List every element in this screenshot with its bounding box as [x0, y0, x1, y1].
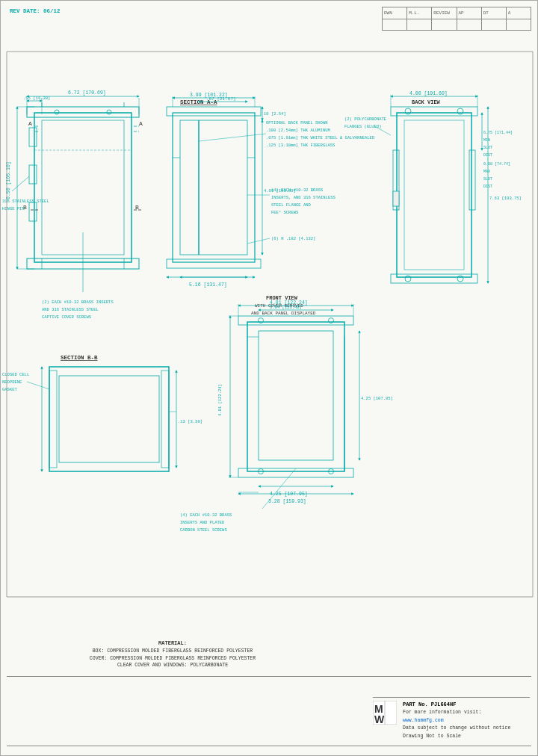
- svg-rect-80: [391, 274, 477, 283]
- svg-text:4.81 [122.24]: 4.81 [122.24]: [217, 384, 223, 416]
- tb-rev: A: [507, 7, 531, 19]
- svg-text:.67 [21.67]: .67 [21.67]: [206, 96, 236, 102]
- svg-text:4.00 [101.60]: 4.00 [101.60]: [409, 91, 448, 96]
- tb-empty2: [407, 19, 432, 30]
- drawing-note: Data subject to change without notice: [403, 725, 510, 732]
- svg-text:HINGE PIN: HINGE PIN: [2, 206, 25, 211]
- svg-text:CAPTIVE COVER SCREWS: CAPTIVE COVER SCREWS: [42, 315, 92, 320]
- svg-text:DIST: DIST: [483, 185, 492, 189]
- material-line-2: COVER: COMPRESSION MOLDED FIBERGLASS REI…: [46, 655, 300, 663]
- svg-rect-88: [404, 120, 464, 270]
- svg-rect-111: [238, 316, 353, 325]
- svg-text:SLOT: SLOT: [483, 177, 492, 182]
- svg-text:4.25 [107.95]: 4.25 [107.95]: [361, 396, 393, 401]
- company-logo: M W: [373, 701, 397, 725]
- rev-date: REV DATE: 06/12: [10, 8, 61, 14]
- svg-text:316 STAINLESS STEEL: 316 STAINLESS STEEL: [2, 199, 49, 204]
- tb-dt: DT: [482, 7, 507, 19]
- material-line-3: CLEAR COVER AND WINDOWS: POLYCARBONATE: [46, 662, 300, 669]
- logo-block: M W PART No. PJL664HF For more informati…: [373, 697, 530, 740]
- svg-text:.100 [2.54mm] THK ALUMINUM: .100 [2.54mm] THK ALUMINUM: [266, 128, 330, 133]
- svg-rect-79: [391, 107, 477, 116]
- svg-text:W: W: [374, 713, 385, 725]
- tb-empty1: [383, 19, 407, 30]
- drawing-svg: A A B B 6.72 [170.69] .55 [14.30] 6.50 […: [1, 46, 538, 695]
- svg-line-150: [27, 382, 49, 389]
- svg-text:CLOSED CELL: CLOSED CELL: [2, 372, 29, 377]
- tb-empty4: [457, 19, 482, 30]
- svg-text:AND 316 STAINLESS STEEL: AND 316 STAINLESS STEEL: [42, 307, 99, 312]
- svg-text:SECTION B-B: SECTION B-B: [61, 355, 98, 361]
- bottom-rule: [7, 676, 531, 677]
- svg-text:STEEL FLANGE AND: STEEL FLANGE AND: [271, 202, 312, 208]
- svg-point-12: [55, 110, 59, 114]
- tb-ml: M.L.: [407, 7, 432, 19]
- svg-text:.13 [3.30]: .13 [3.30]: [178, 419, 202, 424]
- svg-point-13: [107, 110, 111, 114]
- svg-text:(4) EACH #10-32 BRASS: (4) EACH #10-32 BRASS: [271, 188, 324, 193]
- svg-point-84: [405, 108, 411, 114]
- svg-rect-142: [49, 367, 169, 471]
- svg-text:6.04 [153.40]: 6.04 [153.40]: [270, 305, 302, 310]
- tb-review: REVIEW: [432, 7, 457, 19]
- drawing-scale: Drawing Not to Scale: [403, 733, 510, 740]
- svg-rect-82: [393, 191, 399, 206]
- svg-text:7.63 [193.75]: 7.63 [193.75]: [489, 196, 522, 201]
- logo-text-block: PART No. PJL664HF For more information v…: [403, 701, 510, 740]
- svg-rect-78: [397, 113, 471, 277]
- svg-rect-145: [161, 371, 169, 468]
- tb-empty3: [432, 19, 457, 30]
- svg-text:SLOT: SLOT: [483, 146, 492, 150]
- svg-text:MAX: MAX: [483, 170, 490, 174]
- part-number-label: PART No. PJL664HF: [403, 701, 510, 709]
- svg-text:FLANGES (GLUED): FLANGES (GLUED): [344, 124, 382, 129]
- svg-text:A: A: [139, 120, 143, 127]
- svg-text:.55 [14.30]: .55 [14.30]: [23, 96, 50, 101]
- svg-text:GASKET: GASKET: [2, 387, 18, 392]
- svg-text:MIN: MIN: [483, 138, 490, 143]
- svg-text:INSERTS, AND 316 STAINLESS: INSERTS, AND 316 STAINLESS: [271, 195, 336, 200]
- svg-rect-6: [29, 128, 37, 146]
- svg-text:CARBON STEEL SCREWS: CARBON STEEL SCREWS: [180, 527, 227, 533]
- material-block: MATERIAL: BOX: COMPRESSION MOLDED FIBERG…: [46, 640, 300, 669]
- svg-rect-83: [469, 150, 475, 210]
- svg-rect-113: [259, 331, 333, 460]
- svg-text:10 [2.54]: 10 [2.54]: [264, 111, 286, 117]
- svg-rect-8: [29, 202, 37, 221]
- svg-rect-112: [238, 468, 353, 477]
- svg-text:(2) EACH #10-32 BRASS INSERTS: (2) EACH #10-32 BRASS INSERTS: [42, 300, 114, 305]
- svg-text:INSERTS AND PLATED: INSERTS AND PLATED: [180, 520, 225, 525]
- tb-empty6: [507, 19, 531, 30]
- svg-text:BACK VIEW: BACK VIEW: [412, 99, 441, 105]
- svg-text:FEE* SCREWS: FEE* SCREWS: [271, 210, 299, 215]
- svg-text:6.75 [171.44]: 6.75 [171.44]: [483, 131, 513, 135]
- svg-point-85: [457, 108, 463, 114]
- svg-text:3.28 [159.93]: 3.28 [159.93]: [268, 499, 306, 504]
- tb-ap: AP: [457, 7, 482, 19]
- website: www.hammfg.com: [403, 717, 510, 725]
- for-more-info: For more information visit:: [403, 709, 510, 716]
- svg-rect-45: [173, 113, 255, 262]
- svg-text:4.25 [107.95]: 4.25 [107.95]: [270, 492, 308, 497]
- svg-rect-110: [247, 322, 344, 471]
- svg-text:AND BACK PANEL DISPLAYED: AND BACK PANEL DISPLAYED: [251, 311, 316, 316]
- part-number-value: PJL664HF: [431, 701, 457, 707]
- svg-text:5.16 [131.47]: 5.16 [131.47]: [189, 282, 227, 288]
- svg-line-37: [12, 176, 29, 191]
- final-bottom-rule: [7, 746, 531, 746]
- svg-text:.075 [1.91mm] THK WHITE STEEL : .075 [1.91mm] THK WHITE STEEL & GALVANNE…: [266, 135, 375, 140]
- svg-rect-3: [27, 107, 139, 117]
- svg-rect-7: [29, 165, 37, 184]
- material-line-1: BOX: COMPRESSION MOLDED FIBERGLASS REINF…: [46, 648, 300, 655]
- title-block: DWN M.L. REVIEW AP DT A: [382, 7, 531, 31]
- svg-rect-143: [59, 376, 159, 462]
- svg-text:A: A: [28, 120, 32, 127]
- svg-text:(2) POLYCARBONATE: (2) POLYCARBONATE: [344, 117, 387, 122]
- material-title: MATERIAL:: [46, 640, 300, 646]
- svg-text:0.88 [74.74]: 0.88 [74.74]: [483, 162, 510, 167]
- svg-text:(6) R .182 [4.132]: (6) R .182 [4.132]: [271, 236, 315, 241]
- svg-text:NEOPRENE: NEOPRENE: [2, 379, 22, 385]
- tb-empty5: [482, 19, 507, 30]
- svg-rect-144: [49, 371, 57, 468]
- svg-text:.125 [3.18mm] THK FIBERGLASS: .125 [3.18mm] THK FIBERGLASS: [266, 143, 336, 148]
